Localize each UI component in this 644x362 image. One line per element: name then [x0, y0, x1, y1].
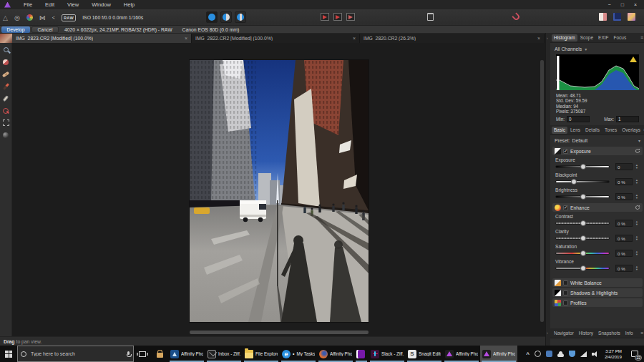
- persona-triangle-icon[interactable]: △: [3, 14, 8, 21]
- target-icon[interactable]: ◎: [14, 14, 20, 21]
- channel-selector[interactable]: All Channels ▾: [550, 43, 644, 54]
- section-enhance[interactable]: ✓ Enhance: [552, 203, 643, 212]
- search-input[interactable]: [29, 351, 124, 357]
- exposure-stepper[interactable]: ▲▼: [634, 163, 640, 170]
- contrast-value[interactable]: 0 %: [615, 220, 633, 227]
- menu-help[interactable]: Help: [117, 1, 141, 8]
- blemish-removal-tool[interactable]: [1, 69, 11, 79]
- gallery-icon[interactable]: [628, 13, 635, 21]
- tab-details[interactable]: Details: [583, 127, 602, 134]
- bowtie-icon[interactable]: ⋈: [39, 14, 46, 21]
- brightness-value[interactable]: 0 %: [615, 193, 633, 200]
- defender-shield-icon[interactable]: [569, 351, 575, 357]
- exposure-enabled-checkbox[interactable]: ✓: [563, 149, 568, 154]
- taskbar-app-firefox[interactable]: Affinity Pho...: [317, 346, 354, 362]
- red-eye-removal-tool[interactable]: [1, 106, 11, 115]
- blackpoint-stepper[interactable]: ▲▼: [634, 178, 640, 185]
- single-view-button[interactable]: [206, 11, 218, 23]
- clarity-value[interactable]: 0 %: [615, 235, 633, 242]
- tab-close-icon[interactable]: ×: [348, 36, 356, 41]
- taskbar-clock[interactable]: 3:27 PM 2/4/2019: [601, 346, 625, 362]
- max-input[interactable]: [616, 116, 639, 122]
- vibrance-handle[interactable]: [580, 265, 586, 271]
- vibrance-track[interactable]: [555, 267, 610, 270]
- tab-close-icon[interactable]: ×: [180, 36, 187, 41]
- saturation-stepper[interactable]: ▲▼: [634, 250, 640, 257]
- reset-icon[interactable]: [635, 148, 640, 154]
- tab-snapshots[interactable]: Snapshots: [596, 330, 623, 337]
- tray-circle-icon[interactable]: [535, 351, 541, 357]
- network-icon[interactable]: [580, 351, 587, 357]
- section-white-balance[interactable]: White Balance: [552, 278, 643, 287]
- profiles-checkbox[interactable]: [563, 300, 568, 305]
- doc-tab-3[interactable]: IMG_2820.CR2 (26.3%) ×: [360, 34, 545, 43]
- vibrance-value[interactable]: 0 %: [615, 265, 633, 272]
- menu-file[interactable]: File: [17, 1, 39, 8]
- white-balance-checkbox[interactable]: [563, 280, 568, 285]
- minimize-icon[interactable]: −: [608, 2, 611, 7]
- tab-navigator[interactable]: Navigator: [552, 330, 576, 337]
- menu-edit[interactable]: Edit: [39, 1, 61, 8]
- clarity-track[interactable]: [555, 237, 610, 240]
- shadow-clip-icon[interactable]: [321, 13, 329, 21]
- dark-ui-icon[interactable]: [613, 13, 621, 21]
- taskbar-app-file-explorer[interactable]: File Explorer: [243, 346, 280, 362]
- action-center-button[interactable]: 22: [625, 346, 644, 362]
- min-input[interactable]: [567, 116, 590, 122]
- taskbar-app-slack[interactable]: Slack - Ziff...: [369, 346, 406, 362]
- reset-icon[interactable]: [635, 205, 640, 210]
- clipping-warning-icon[interactable]: [630, 57, 637, 62]
- taskbar-app-mail[interactable]: Inbox - Ziff...: [205, 346, 243, 362]
- microphone-icon[interactable]: [127, 351, 130, 357]
- blackpoint-track[interactable]: [555, 180, 610, 183]
- brightness-handle[interactable]: [580, 194, 586, 200]
- taskbar-app-affinity-2[interactable]: Affinity Pho...: [480, 346, 517, 362]
- tab-scope[interactable]: Scope: [578, 34, 595, 41]
- mirror-view-button[interactable]: [235, 11, 246, 23]
- collapse-panel-icon[interactable]: ›: [547, 36, 548, 40]
- preset-selector[interactable]: Preset: Default ▾: [550, 135, 644, 145]
- assistant-icon[interactable]: [599, 13, 607, 21]
- cancel-button[interactable]: Cancel: [31, 26, 59, 33]
- section-exposure[interactable]: ✓ Exposure: [552, 147, 643, 155]
- tab-history[interactable]: History: [577, 330, 595, 337]
- taskbar-app-edge[interactable]: e • My Tasks i...: [280, 346, 317, 362]
- exposure-handle[interactable]: [580, 164, 586, 170]
- contrast-stepper[interactable]: ▲▼: [634, 220, 640, 227]
- taskbar-app-office[interactable]: [354, 346, 369, 362]
- saturation-track[interactable]: [555, 252, 610, 255]
- canvas-area[interactable]: [12, 43, 545, 336]
- share-icon[interactable]: <: [52, 15, 55, 20]
- saturation-value[interactable]: 0 %: [615, 250, 633, 257]
- start-button[interactable]: [0, 346, 17, 362]
- menu-view[interactable]: View: [61, 1, 85, 8]
- overlay-paint-tool[interactable]: [1, 82, 11, 91]
- white-balance-tool[interactable]: [1, 57, 11, 67]
- exposure-track[interactable]: [555, 165, 610, 168]
- onedrive-cloud-icon[interactable]: [557, 353, 564, 357]
- panel-menu-icon[interactable]: ≡: [640, 35, 643, 40]
- clarity-handle[interactable]: [580, 235, 586, 241]
- store-button[interactable]: [151, 346, 168, 362]
- highlight-clip-icon[interactable]: [333, 13, 342, 21]
- snapping-magnet-icon[interactable]: [512, 12, 521, 21]
- section-shadows-highlights[interactable]: Shadows & Highlights: [552, 288, 643, 297]
- tab-lens[interactable]: Lens: [568, 127, 582, 134]
- saturation-handle[interactable]: [580, 250, 586, 256]
- maximize-icon[interactable]: □: [621, 2, 624, 7]
- tab-histogram[interactable]: Histogram: [552, 34, 577, 41]
- brightness-stepper[interactable]: ▲▼: [634, 193, 640, 200]
- enhance-enabled-checkbox[interactable]: ✓: [563, 205, 568, 210]
- brightness-track[interactable]: [555, 195, 610, 198]
- split-view-button[interactable]: [220, 11, 232, 23]
- menu-window[interactable]: Window: [85, 1, 117, 8]
- develop-button[interactable]: Develop: [1, 26, 30, 33]
- overlay-gradient-tool[interactable]: [1, 118, 11, 127]
- tab-exif[interactable]: EXIF: [596, 34, 610, 41]
- tab-tones[interactable]: Tones: [602, 127, 619, 134]
- vibrance-stepper[interactable]: ▲▼: [634, 265, 640, 272]
- exposure-value[interactable]: 0: [615, 163, 633, 170]
- tab-overlays[interactable]: Overlays: [620, 127, 643, 134]
- tab-info[interactable]: Info: [623, 330, 635, 337]
- panel-menu-icon[interactable]: ≡: [640, 331, 643, 336]
